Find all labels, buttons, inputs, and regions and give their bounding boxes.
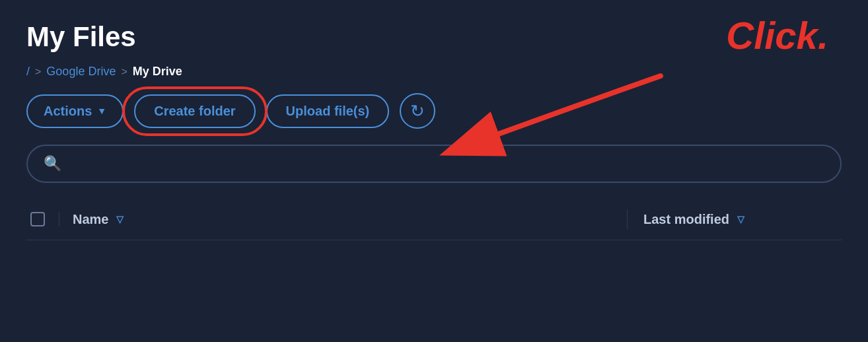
create-folder-button[interactable]: Create folder [134,94,255,128]
page-container: My Files Click. / > Google Drive > My Dr… [0,0,868,240]
breadcrumb-my-drive[interactable]: My Drive [133,65,182,79]
name-sort-icon[interactable]: ▽ [116,214,124,224]
create-folder-wrapper: Create folder [134,94,255,128]
breadcrumb: / > Google Drive > My Drive [26,65,842,79]
toolbar: Actions ▼ Create folder Upload file(s) ↻ [26,93,842,129]
column-name-label: Name [73,212,108,227]
refresh-button[interactable]: ↻ [400,93,435,129]
dropdown-arrow-icon: ▼ [97,106,106,116]
upload-label: Upload file(s) [286,104,370,119]
upload-files-button[interactable]: Upload file(s) [266,94,390,128]
create-folder-label: Create folder [154,104,235,119]
actions-button[interactable]: Actions ▼ [26,94,124,128]
search-input[interactable] [71,157,824,171]
breadcrumb-separator-1: > [35,66,41,78]
click-annotation: Click. [726,13,828,57]
search-icon: 🔍 [44,155,61,172]
breadcrumb-root[interactable]: / [26,65,30,79]
table-header: Name ▽ Last modified ▽ [26,199,842,240]
page-title: My Files [26,21,842,53]
modified-sort-icon[interactable]: ▽ [737,214,744,224]
column-modified-header: Last modified ▽ [643,212,842,227]
refresh-icon: ↻ [410,101,425,121]
select-all-checkbox-cell [26,212,59,226]
column-name-header: Name ▽ [73,212,611,227]
select-all-checkbox[interactable] [30,212,45,226]
column-divider [627,209,628,229]
breadcrumb-google-drive[interactable]: Google Drive [46,65,116,79]
search-bar: 🔍 [26,145,842,183]
actions-label: Actions [44,104,92,119]
breadcrumb-separator-2: > [121,66,127,78]
column-modified-label: Last modified [643,212,729,227]
